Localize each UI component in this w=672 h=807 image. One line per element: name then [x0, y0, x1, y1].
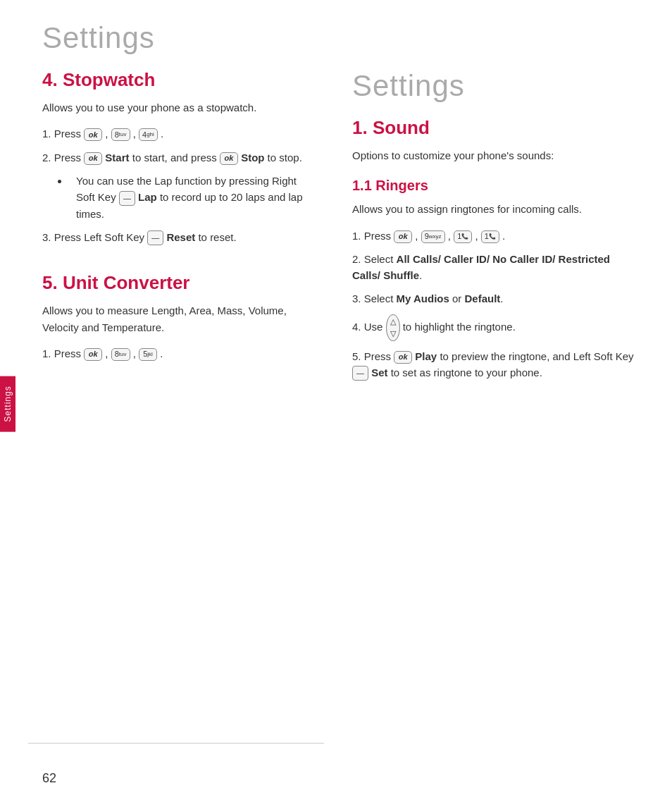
- step-1-4: 4. Use △▽ to highlight the ringtone.: [352, 314, 641, 341]
- side-tab-label: Settings: [3, 386, 13, 421]
- step-num: 1. Press: [42, 128, 84, 140]
- right-settings-title: Settings: [352, 69, 641, 103]
- section-1-1-desc: Allows you to assign ringtones for incom…: [352, 201, 641, 217]
- page-number: 62: [42, 771, 56, 786]
- key-1b: 1 📞: [481, 230, 499, 243]
- step-1-3: 3. Select My Audios or Default.: [352, 290, 641, 307]
- key-5jkl: 5 jkl: [139, 348, 157, 361]
- step-4-3: 3. Press Left Soft Key — Reset to reset.: [42, 229, 317, 246]
- left-column: 4. Stopwatch Allows you to use your phon…: [42, 69, 338, 388]
- bottom-divider: [28, 743, 324, 744]
- key-4ghi: 4 ghi: [139, 128, 158, 141]
- key-8tuv-2: 8 tuv: [111, 348, 130, 361]
- ok-key-r5: ok: [394, 351, 412, 364]
- ok-key-1: ok: [84, 128, 102, 141]
- key-1a: 1 📞: [454, 230, 472, 243]
- section-4-title: 4. Stopwatch: [42, 69, 317, 91]
- section-4-desc: Allows you to use your phone as a stopwa…: [42, 99, 317, 116]
- page-title: Settings: [0, 0, 672, 69]
- ok-key-3: ok: [220, 152, 238, 165]
- ok-key-5: ok: [84, 348, 102, 361]
- step-5-1: 1. Press ok , 8 tuv , 5 jkl .: [42, 345, 317, 362]
- section-5: 5. Unit Converter Allows you to measure …: [42, 272, 317, 362]
- ok-key-2: ok: [84, 152, 102, 165]
- section-5-desc: Allows you to measure Length, Area, Mass…: [42, 302, 317, 335]
- lsk-btn-reset: —: [147, 230, 163, 245]
- lsk-btn-set: —: [352, 366, 368, 381]
- section-5-title: 5. Unit Converter: [42, 272, 317, 294]
- section-1-title: 1. Sound: [352, 117, 641, 139]
- right-column: Settings 1. Sound Options to customize y…: [338, 69, 641, 388]
- side-tab: Settings: [0, 376, 15, 431]
- section-4: 4. Stopwatch Allows you to use your phon…: [42, 69, 317, 245]
- key-8tuv: 8 tuv: [111, 128, 130, 141]
- step-1-1: 1. Press ok , 9 wxyz , 1 📞 , 1 📞 .: [352, 228, 641, 244]
- ok-key-r1: ok: [394, 230, 412, 243]
- step-4-1: 1. Press ok , 8 tuv , 4 ghi .: [42, 125, 317, 142]
- bullets-4: You can use the Lap function by pressing…: [56, 173, 317, 222]
- step-4-2: 2. Press ok Start to start, and press ok…: [42, 149, 317, 166]
- nav-btn: △▽: [386, 314, 400, 341]
- section-1-desc: Options to customize your phone's sounds…: [352, 147, 641, 164]
- key-9wxyz: 9 wxyz: [421, 230, 445, 243]
- section-1-1: 1.1 Ringers Allows you to assign rington…: [352, 178, 641, 381]
- rsk-btn-lap: —: [119, 191, 135, 206]
- section-1: 1. Sound Options to customize your phone…: [352, 117, 641, 381]
- step-1-2: 2. Select All Calls/ Caller ID/ No Calle…: [352, 251, 641, 284]
- main-content: 4. Stopwatch Allows you to use your phon…: [0, 69, 672, 388]
- section-1-1-title: 1.1 Ringers: [352, 178, 641, 194]
- bullet-4-1: You can use the Lap function by pressing…: [69, 173, 317, 222]
- step-1-5: 5. Press ok Play to preview the ringtone…: [352, 348, 641, 381]
- spacer: [42, 252, 317, 272]
